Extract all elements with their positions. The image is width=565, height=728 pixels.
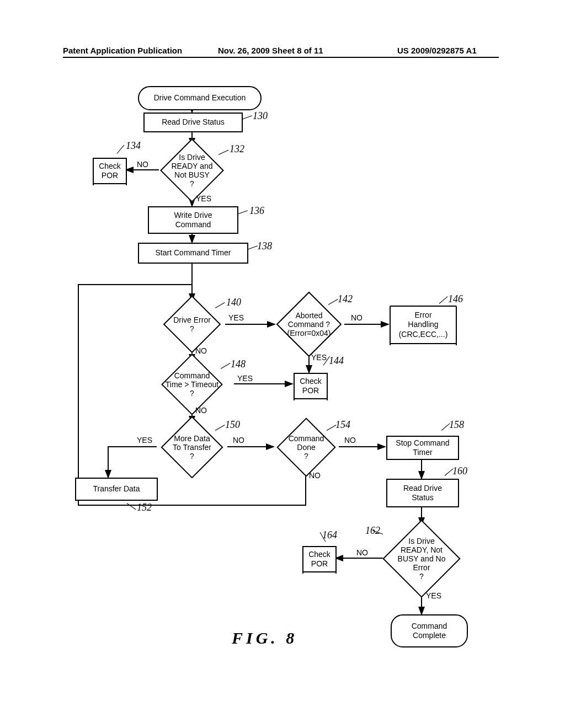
yes-150: YES xyxy=(137,436,152,445)
node-164: Check POR xyxy=(302,546,337,572)
node-152-label: Transfer Data xyxy=(93,484,140,494)
node-152: Transfer Data xyxy=(75,478,158,501)
node-150: More Data To Transfer ? xyxy=(156,422,228,472)
node-134-l2: POR xyxy=(102,171,118,181)
header-left: Patent Application Publication xyxy=(63,46,182,55)
tick-130 xyxy=(242,115,252,120)
node-start: Drive Command Execution xyxy=(138,86,262,110)
tick-136 xyxy=(237,210,248,215)
node-132: Is Drive READY and Not BUSY ? xyxy=(159,146,225,195)
header-rule xyxy=(63,57,499,58)
tick-152 xyxy=(127,503,136,510)
node-134-legs xyxy=(93,182,127,185)
ref-146: 146 xyxy=(448,293,463,305)
node-134-l1: Check xyxy=(99,162,121,172)
node-138: Start Command Timer xyxy=(138,243,248,264)
tick-138 xyxy=(247,245,258,250)
figure-label: FIG. 8 xyxy=(232,629,297,647)
no-142: NO xyxy=(351,313,363,322)
node-162: Is Drive READY, Not BUSY and No Error ? xyxy=(382,524,461,593)
node-144-legs xyxy=(294,397,328,400)
node-158-l2: Timer xyxy=(413,448,432,458)
node-138-label: Start Command Timer xyxy=(156,248,231,258)
node-146-l3: (CRC,ECC,...) xyxy=(399,330,448,340)
ref-134: 134 xyxy=(126,140,141,152)
no-150: NO xyxy=(233,436,244,445)
node-136: Write Drive Command xyxy=(148,206,238,234)
node-158: Stop Command Timer xyxy=(386,436,459,460)
tick-134 xyxy=(117,145,125,154)
header-mid: Nov. 26, 2009 Sheet 8 of 11 xyxy=(218,46,323,55)
node-146-legs xyxy=(390,342,457,345)
node-130-label: Read Drive Status xyxy=(162,117,225,127)
node-146: Error Handling (CRC,ECC,...) xyxy=(390,306,457,344)
no-148: NO xyxy=(195,406,207,415)
yes-140: YES xyxy=(228,313,244,322)
yes-148: YES xyxy=(237,374,253,383)
node-164-legs xyxy=(302,570,337,574)
node-164-l1: Check xyxy=(308,550,331,560)
header-right: US 2009/0292875 A1 xyxy=(397,46,477,55)
ref-152: 152 xyxy=(137,502,152,513)
yes-132: YES xyxy=(196,194,211,203)
node-144-l2: POR xyxy=(302,386,319,396)
node-164-l2: POR xyxy=(311,559,328,569)
node-134: Check POR xyxy=(93,158,127,184)
node-154: Command Done ? xyxy=(274,422,339,472)
ref-136: 136 xyxy=(249,205,264,217)
ref-142: 142 xyxy=(338,293,353,305)
no-154-right: NO xyxy=(344,436,356,445)
ref-140: 140 xyxy=(226,297,241,308)
node-end: Command Complete xyxy=(391,614,468,647)
node-146-l1: Error xyxy=(414,311,431,320)
node-136-l1: Write Drive xyxy=(174,211,212,221)
ref-154: 154 xyxy=(335,419,350,431)
yes-162: YES xyxy=(426,591,441,600)
no-154-down: NO xyxy=(309,471,321,480)
ref-144: 144 xyxy=(329,355,344,367)
node-130: Read Drive Status xyxy=(143,113,243,132)
node-144: Check POR xyxy=(294,373,328,399)
node-start-label: Drive Command Execution xyxy=(154,93,246,103)
no-132: NO xyxy=(137,160,148,169)
ref-158: 158 xyxy=(449,419,464,431)
ref-132: 132 xyxy=(230,143,244,155)
tick-146 xyxy=(439,296,448,304)
no-140: NO xyxy=(195,346,207,355)
node-136-l2: Command xyxy=(175,220,211,230)
yes-142: YES xyxy=(311,353,327,362)
ref-138: 138 xyxy=(257,240,272,252)
node-142: Aborted Command ? (Error=0x04) xyxy=(274,297,344,352)
ref-150: 150 xyxy=(225,419,240,431)
flowchart-figure-8: Drive Command Execution Read Drive Statu… xyxy=(55,77,508,695)
node-160-l2: Status xyxy=(412,493,434,503)
ref-160: 160 xyxy=(452,465,467,477)
node-144-l1: Check xyxy=(300,377,322,387)
node-end-l1: Command xyxy=(412,622,447,631)
node-146-l2: Handling xyxy=(408,320,438,330)
ref-148: 148 xyxy=(231,358,246,370)
node-160: Read Drive Status xyxy=(386,479,459,507)
node-158-l1: Stop Command xyxy=(396,438,449,448)
node-160-l1: Read Drive xyxy=(403,484,442,494)
ref-130: 130 xyxy=(253,110,268,122)
no-162: NO xyxy=(356,548,368,557)
node-end-l2: Complete xyxy=(413,631,446,641)
